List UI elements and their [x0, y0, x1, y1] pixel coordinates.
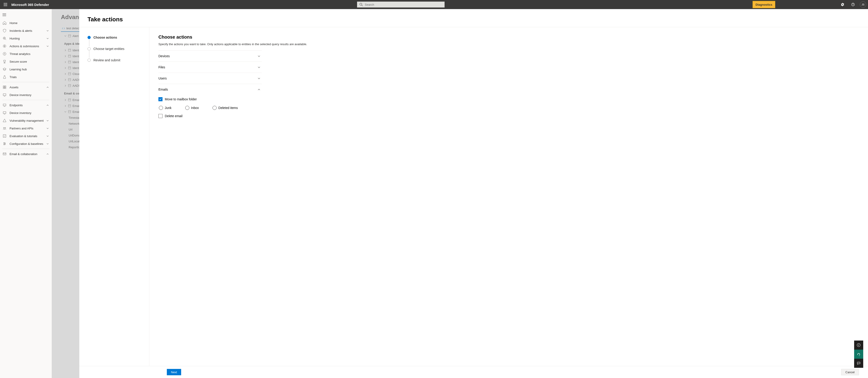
wizard-steps: Choose actions Choose target entities Re…: [79, 27, 149, 366]
nav-label: Hunting: [9, 37, 20, 40]
nav-secure-score[interactable]: Secure score: [0, 58, 52, 65]
nav-incidents[interactable]: Incidents & alerts: [0, 27, 52, 35]
checkbox-move-to-folder[interactable]: Move to mailbox folder: [158, 97, 262, 101]
nav-label: Trials: [9, 75, 17, 79]
nav-label: Secure score: [9, 60, 27, 63]
checkbox-icon: [158, 114, 162, 118]
nav-label: Partners and APIs: [9, 127, 33, 130]
nav-home[interactable]: Home: [0, 19, 52, 27]
svg-rect-0: [4, 3, 4, 4]
svg-rect-5: [6, 4, 7, 5]
side-tool-feedback[interactable]: [854, 359, 863, 368]
radio-deleted-items[interactable]: Deleted items: [213, 106, 238, 110]
svg-point-31: [5, 143, 5, 144]
chevron-down-icon: [46, 30, 49, 32]
chevron-down-icon: [46, 119, 49, 122]
wizard-step-choose-entities[interactable]: Choose target entities: [79, 46, 145, 52]
nav-learning-hub[interactable]: Learning hub: [0, 65, 52, 73]
next-button[interactable]: Next: [167, 369, 181, 375]
radio-label: Inbox: [191, 106, 199, 110]
svg-rect-21: [3, 94, 6, 96]
nav-label: Home: [9, 21, 18, 25]
chevron-down-icon: [46, 127, 49, 130]
nav-label: Assets: [9, 85, 19, 89]
svg-rect-10: [2, 14, 6, 15]
nav-label: Vulnerability management: [9, 119, 44, 123]
take-actions-panel: Take actions Choose actions Choose targe…: [79, 9, 868, 378]
search-input[interactable]: [365, 3, 442, 6]
accordion-files[interactable]: Files: [158, 62, 262, 73]
chevron-up-icon: [46, 153, 49, 155]
chevron-up-icon: [46, 104, 49, 106]
panel-title: Take actions: [79, 9, 868, 27]
radio-label: Junk: [165, 106, 172, 110]
nav-label: Actions & submissions: [9, 44, 39, 48]
radio-icon: [159, 106, 163, 110]
nav-email-collab[interactable]: Email & collaboration: [0, 150, 52, 158]
radio-inbox[interactable]: Inbox: [185, 106, 199, 110]
svg-rect-1: [5, 3, 6, 4]
chevron-down-icon: [257, 77, 260, 80]
nav-assets[interactable]: Assets: [0, 83, 52, 91]
svg-rect-20: [5, 88, 6, 89]
section-desc: Specify the actions you want to take. On…: [158, 42, 859, 46]
nav-device-inventory-2[interactable]: Device inventory: [0, 109, 52, 117]
collapse-sidebar-button[interactable]: [0, 10, 9, 19]
wizard-step-choose-actions[interactable]: Choose actions: [79, 35, 145, 40]
nav-hunting[interactable]: Hunting: [0, 35, 52, 42]
user-avatar[interactable]: JS: [860, 1, 866, 8]
wizard-step-label: Choose actions: [93, 36, 117, 39]
app-launcher[interactable]: [2, 1, 9, 8]
diagnostics-button[interactable]: Diagnostics: [752, 1, 775, 8]
nav-device-inventory[interactable]: Device inventory: [0, 91, 52, 99]
chevron-down-icon: [257, 55, 260, 58]
vuln-icon: [3, 119, 6, 123]
side-tool-headset[interactable]: [854, 350, 863, 359]
side-tool-compass[interactable]: [854, 341, 863, 350]
settings-button[interactable]: [839, 1, 846, 8]
nav-trials[interactable]: Trials: [0, 73, 52, 81]
svg-rect-25: [3, 112, 6, 113]
device-icon: [3, 93, 6, 97]
svg-rect-29: [3, 135, 6, 137]
wizard-step-review[interactable]: Review and submit: [79, 57, 145, 63]
svg-rect-2: [6, 3, 7, 4]
nav-label: Endpoints: [9, 104, 23, 107]
checkbox-icon: [158, 97, 162, 101]
help-icon: [851, 2, 855, 7]
nav-actions[interactable]: Actions & submissions: [0, 42, 52, 50]
nav-eval[interactable]: Evaluation & tutorials: [0, 132, 52, 140]
help-button[interactable]: [849, 1, 857, 8]
panel-content: Choose actions Specify the actions you w…: [149, 27, 868, 366]
cancel-button[interactable]: Cancel: [841, 369, 859, 375]
wizard-step-label: Choose target entities: [93, 47, 124, 50]
accordion-label: Files: [158, 65, 165, 69]
accordion-users[interactable]: Users: [158, 73, 262, 84]
accordion-label: Users: [158, 76, 167, 80]
nav-vuln-mgmt[interactable]: Vulnerability management: [0, 117, 52, 125]
svg-point-13: [4, 38, 5, 39]
side-tools: [854, 341, 863, 368]
nav-config[interactable]: Configuration & baselines: [0, 140, 52, 147]
nav-threat-analytics[interactable]: Threat analytics: [0, 50, 52, 58]
radio-junk[interactable]: Junk: [159, 106, 172, 110]
nav-endpoints[interactable]: Endpoints: [0, 101, 52, 109]
accordion-devices[interactable]: Devices: [158, 50, 262, 62]
svg-rect-17: [3, 86, 4, 87]
home-icon: [3, 21, 6, 25]
threat-icon: [3, 52, 6, 56]
shield-icon: [3, 29, 6, 32]
search-box[interactable]: [357, 2, 444, 7]
eval-icon: [3, 134, 6, 138]
device-icon: [3, 111, 6, 115]
checkbox-delete-email[interactable]: Delete email: [158, 114, 262, 118]
svg-rect-9: [2, 13, 6, 14]
nav-label: Configuration & baselines: [9, 142, 43, 145]
radio-label: Deleted items: [218, 106, 238, 110]
accordion-emails[interactable]: Emails: [158, 84, 262, 95]
chevron-down-icon: [46, 135, 49, 137]
trophy-icon: [3, 60, 6, 63]
nav-partners[interactable]: Partners and APIs: [0, 125, 52, 132]
svg-rect-6: [4, 5, 4, 6]
svg-point-30: [4, 143, 4, 143]
